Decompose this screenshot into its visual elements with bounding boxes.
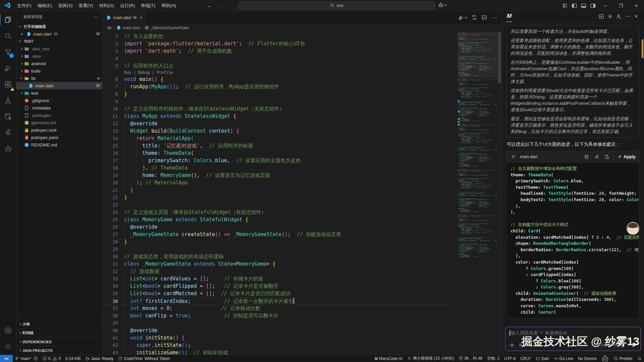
code-line-18[interactable]: 18 ), // ThemeData <box>103 164 453 172</box>
code-line-34[interactable]: 34 List<bool> cardFlipped = []; // 记录卡片是… <box>103 282 453 290</box>
sidebar-section-java-projects[interactable]: JAVA PROJECTS <box>16 346 102 355</box>
code-line-11[interactable]: 11class MyApp extends StatelessWidget { <box>103 112 453 120</box>
remote-indicator[interactable]: >< <box>0 355 13 362</box>
command-center-search[interactable]: test <box>238 1 435 10</box>
tree-item-pubspec.lock[interactable]: pubspec.lock <box>16 126 102 134</box>
status-left-JavaReady[interactable]: Java: Ready <box>83 355 116 362</box>
close-editor-icon[interactable]: × <box>19 32 24 37</box>
copy-code-icon[interactable] <box>583 154 590 159</box>
sidebar-more-icon[interactable]: ⋯ <box>93 14 98 20</box>
activity-flutter[interactable] <box>0 125 16 141</box>
toggle-sidebar-button[interactable] <box>570 0 579 11</box>
activity-accounts[interactable] <box>0 322 16 338</box>
code-line-21[interactable]: 21 } <box>103 186 453 194</box>
code-line-16[interactable]: 16 theme: ThemeData( <box>103 149 453 157</box>
menu-h[interactable]: 帮助(H) <box>158 0 179 11</box>
toggle-secondary-sidebar-button[interactable] <box>588 0 598 11</box>
new-file-icon[interactable] <box>603 154 610 159</box>
ai-close-icon[interactable]: × <box>632 13 641 19</box>
code-line-17[interactable]: 17 primarySwatch: Colors.blue, // 设置应用的主… <box>103 157 453 164</box>
menu-r[interactable]: 运行(R) <box>117 0 138 11</box>
code-line-42[interactable]: 42 super.initState(); <box>103 342 453 349</box>
code-line-12[interactable]: 12 @override <box>103 120 453 127</box>
code-line-20[interactable]: 20 ); // MaterialApp <box>103 179 453 186</box>
status-right-空格2[interactable]: 空格: 2 <box>485 355 502 362</box>
panel-scrollbar-thumb[interactable] <box>642 39 643 58</box>
nav-back-button[interactable]: ← <box>207 3 212 8</box>
tree-item-pubspec.yaml[interactable]: pubspec.yaml <box>16 134 102 141</box>
status-right-MarsCodeAI[interactable]: MMarsCode AI <box>372 355 405 362</box>
code-line-32[interactable]: 32 // 游戏数据 <box>103 268 453 275</box>
status-right-bell[interactable] <box>635 355 644 362</box>
copilot-menu-button[interactable] <box>438 2 446 8</box>
activity-database[interactable] <box>0 108 16 125</box>
tree-item-README.md[interactable]: README.md <box>16 141 102 148</box>
code-line-39[interactable]: 39 <box>103 319 453 327</box>
code-line-6[interactable]: 6void main() { <box>103 76 453 83</box>
code-line-29[interactable]: 29 <box>103 245 453 253</box>
code-line-35[interactable]: 35 List<bool> cardMatched = []; // 记录卡片是… <box>103 290 453 297</box>
code-line-27[interactable]: 27 _MemoryGameState createState() => _Me… <box>103 231 453 238</box>
code-editor[interactable]: 1// 导入必要的包2import 'package:flutter/mater… <box>103 32 502 355</box>
breadcrumb-item[interactable]: main.dart <box>116 25 140 30</box>
code-line-40[interactable]: 40 @override <box>103 327 453 334</box>
split-editor-icon[interactable] <box>482 15 487 20</box>
insert-code-icon[interactable] <box>593 154 600 159</box>
customize-layout-button[interactable] <box>560 0 570 11</box>
code-line-22[interactable]: 22} <box>103 194 453 201</box>
menu-v[interactable]: 查看(V) <box>75 0 96 11</box>
tree-item-.idea[interactable]: .idea <box>16 52 102 60</box>
sync-changes-icon[interactable] <box>472 15 477 20</box>
breadcrumb[interactable]: lib›main.dart›_MemoryGameState <box>103 24 502 32</box>
status-left-CodeTimeWithoutT[interactable]: CodeTime: Without Token <box>116 355 172 362</box>
ai-more-icon[interactable]: ⋯ <box>623 13 632 19</box>
tree-item-gametest.iml[interactable]: gametest.iml <box>16 119 102 126</box>
activity-explorer[interactable] <box>0 12 16 28</box>
open-editor-item[interactable]: × main.dart lib M <box>16 30 102 38</box>
nav-forward-button[interactable]: → <box>216 3 221 8</box>
code-line-36[interactable]: 36 int? firstCardIndex; // 记录第一次翻开的卡片索引 <box>103 297 453 305</box>
status-right-行36列48[interactable]: 行 36，列 48 <box>457 355 485 362</box>
sidebar-section-时间线[interactable]: 时间线 <box>16 328 102 337</box>
code-line-24[interactable]: 24// 定义游戏主页面，继承自StatefulWidget（有状态组件） <box>103 209 453 216</box>
menu-e[interactable]: 编辑(E) <box>35 0 55 11</box>
code-line-10[interactable]: 10// 定义应用程序的根组件，继承自StatelessWidget（无状态组件… <box>103 105 453 112</box>
status-right-Prettier[interactable]: Prettier <box>611 355 635 362</box>
code-line-3[interactable]: 3import 'dart:math'; // 用于生成随机数 <box>103 47 453 55</box>
tree-item-.gitignore[interactable]: .gitignore <box>16 97 102 104</box>
code-line-14[interactable]: 14 return MaterialApp( <box>103 135 453 142</box>
sidebar-section-大纲[interactable]: 大纲 <box>16 320 102 328</box>
code-line-43[interactable]: 43 initializeGame(); // 初始化游戏 <box>103 349 453 355</box>
tree-item-.packages[interactable]: .packages <box>16 111 102 119</box>
editor-more-actions-icon[interactable]: ⋯ <box>492 14 497 21</box>
code-line-25[interactable]: 25class MemoryGame extends StatefulWidge… <box>103 216 453 223</box>
code-line-1[interactable]: 1// 导入必要的包 <box>103 33 453 40</box>
menu-s[interactable]: 选择(S) <box>55 0 75 11</box>
code-line-26[interactable]: 26 @override <box>103 223 453 231</box>
status-right-NoDevice[interactable]: No Device <box>576 355 599 362</box>
code-line-38[interactable]: 38 bool canFlip = true; // 控制是否可以翻卡片 <box>103 312 453 319</box>
activity-ai-assistant[interactable] <box>0 141 16 157</box>
new-chat-icon[interactable] <box>597 14 606 19</box>
code-line-9[interactable]: 9 <box>103 98 453 105</box>
open-editors-header[interactable]: 打开的编辑器 <box>16 23 102 30</box>
ai-settings-icon[interactable] <box>606 14 614 19</box>
activity-testing[interactable] <box>0 92 16 108</box>
code-line-41[interactable]: 41 void initState() { <box>103 334 453 342</box>
menu-t[interactable]: 终端(T) <box>138 0 158 11</box>
code-line-37[interactable]: 37 int moves = 0; // 记录移动次数 <box>103 305 453 312</box>
ai-profile-icon[interactable] <box>614 14 623 19</box>
activity-extensions[interactable] <box>0 76 16 92</box>
code-line-15[interactable]: 15 title: '记忆配对游戏', // 应用程序的标题 <box>103 142 453 149</box>
status-left-624KiB[interactable]: 6.24 KiB <box>63 355 83 362</box>
menu-g[interactable]: 转到(G) <box>96 0 117 11</box>
status-left-main[interactable]: main* <box>13 355 40 362</box>
tab-close-icon[interactable]: × <box>140 15 143 20</box>
code-line-2[interactable]: 2import 'package:flutter/material.dart';… <box>103 40 453 47</box>
code-line-19[interactable]: 19 home: MemoryGame(), // 设置首页为记忆游戏页面 <box>103 172 453 179</box>
tree-item-build[interactable]: build <box>16 67 102 75</box>
sidebar-section-dependencies[interactable]: DEPENDENCIES <box>16 337 102 346</box>
minimap[interactable]: // 导入必要的包import 'package:flutter/materia… <box>458 32 497 355</box>
code-line-8[interactable]: 8} <box>103 90 453 98</box>
code-line-5[interactable]: 5// 应用程序的入口点 <box>103 62 453 70</box>
